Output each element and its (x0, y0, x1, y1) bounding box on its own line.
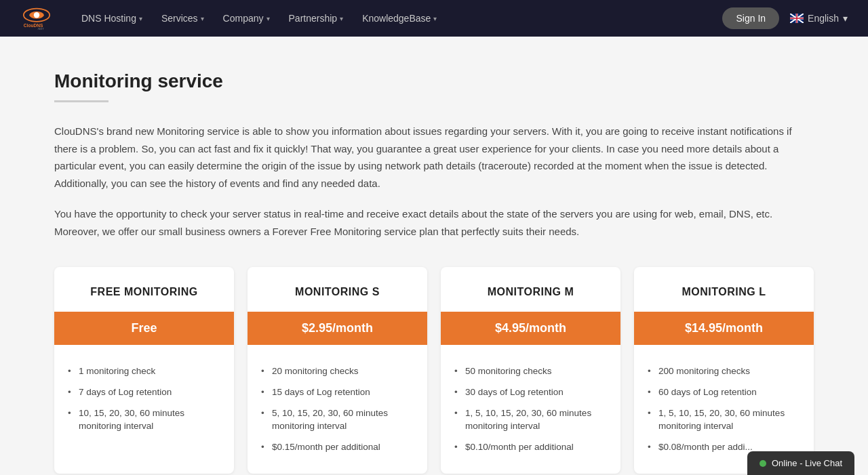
chevron-down-icon: ▾ (139, 15, 142, 22)
flag-icon (790, 14, 804, 23)
plan-free: FREE MONITORING Free 1 monitoring check … (54, 267, 234, 474)
plan-m-title: MONITORING M (441, 267, 620, 312)
plan-l: MONITORING L $14.95/month 200 monitoring… (634, 267, 814, 474)
svg-point-2 (34, 12, 39, 18)
chevron-down-icon: ▾ (843, 13, 848, 24)
list-item: 20 monitoring checks (261, 361, 414, 382)
navbar: ClouDNS .NET DNS Hosting ▾ Services ▾ Co… (0, 0, 868, 37)
language-selector[interactable]: English ▾ (790, 13, 848, 24)
nav-company[interactable]: Company ▾ (215, 9, 278, 28)
list-item: 7 days of Log retention (68, 382, 220, 403)
plan-m: MONITORING M $4.95/month 50 monitoring c… (441, 267, 620, 474)
nav-menu: DNS Hosting ▾ Services ▾ Company ▾ Partn… (73, 9, 715, 28)
chat-status-dot (760, 460, 766, 467)
list-item: $0.15/month per additional (261, 437, 414, 458)
plan-free-title: FREE MONITORING (54, 267, 234, 312)
svg-text:.NET: .NET (37, 27, 44, 30)
list-item: 1, 5, 10, 15, 20, 30, 60 minutes monitor… (648, 403, 800, 437)
list-item: 5, 10, 15, 20, 30, 60 minutes monitoring… (261, 403, 414, 437)
signin-button[interactable]: Sign In (722, 7, 779, 29)
plan-free-features: 1 monitoring check 7 days of Log retenti… (54, 345, 234, 453)
list-item: 1, 5, 10, 15, 20, 30, 60 minutes monitor… (454, 403, 607, 437)
live-chat-label: Online - Live Chat (772, 458, 842, 468)
plan-s-features: 20 monitoring checks 15 days of Log rete… (248, 345, 427, 474)
plan-l-title: MONITORING L (634, 267, 814, 312)
page-title: Monitoring service (54, 70, 814, 92)
live-chat-widget[interactable]: Online - Live Chat (747, 451, 854, 475)
pricing-grid: FREE MONITORING Free 1 monitoring check … (54, 267, 814, 474)
list-item: 10, 15, 20, 30, 60 minutes monitoring in… (68, 403, 220, 437)
plan-s-title: MONITORING S (248, 267, 427, 312)
chevron-down-icon: ▾ (340, 15, 343, 22)
plan-l-price: $14.95/month (634, 312, 814, 345)
list-item: 50 monitoring checks (454, 361, 607, 382)
nav-services[interactable]: Services ▾ (153, 9, 212, 28)
list-item: $0.10/month per additional (454, 437, 607, 458)
description-2: You have the opportunity to check your s… (54, 205, 814, 240)
list-item: 15 days of Log retention (261, 382, 414, 403)
logo[interactable]: ClouDNS .NET (20, 5, 53, 32)
plan-m-price: $4.95/month (441, 312, 620, 345)
chevron-down-icon: ▾ (433, 15, 437, 22)
plan-s: MONITORING S $2.95/month 20 monitoring c… (248, 267, 427, 474)
chevron-down-icon: ▾ (267, 15, 270, 22)
nav-knowledgebase[interactable]: KnowledgeBase ▾ (354, 9, 445, 28)
nav-right: Sign In English ▾ (722, 7, 848, 29)
list-item: 1 monitoring check (68, 361, 220, 382)
title-divider (54, 100, 108, 102)
list-item: 30 days of Log retention (454, 382, 607, 403)
plan-free-price: Free (54, 312, 234, 345)
list-item: 200 monitoring checks (648, 361, 800, 382)
list-item: 60 days of Log retention (648, 382, 800, 403)
nav-dns-hosting[interactable]: DNS Hosting ▾ (73, 9, 151, 28)
description-1: ClouDNS's brand new Monitoring service i… (54, 123, 814, 192)
chevron-down-icon: ▾ (201, 15, 204, 22)
plan-s-price: $2.95/month (248, 312, 427, 345)
main-content: Monitoring service ClouDNS's brand new M… (27, 37, 841, 475)
plan-m-features: 50 monitoring checks 30 days of Log rete… (441, 345, 620, 474)
nav-partnership[interactable]: Partnership ▾ (281, 9, 352, 28)
